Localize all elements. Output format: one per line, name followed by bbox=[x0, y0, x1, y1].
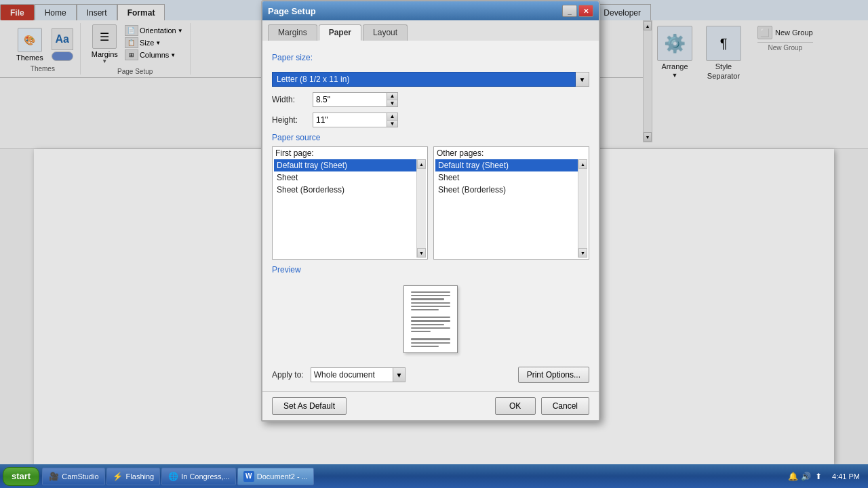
first-page-item-1[interactable]: Sheet bbox=[274, 171, 426, 184]
dialog-tabs: Margins Paper Layout bbox=[262, 20, 599, 41]
word-label: Document2 - ... bbox=[257, 472, 308, 481]
footer-left: Set As Default bbox=[272, 397, 347, 415]
height-spin-up[interactable]: ▲ bbox=[387, 113, 397, 121]
first-page-item-2[interactable]: Sheet (Borderless) bbox=[274, 184, 426, 196]
page-setup-dialog: Page Setup _ ✕ Margins Paper Layout Pape… bbox=[261, 0, 600, 422]
apply-to-row: Apply to: Whole document ▼ Print Options… bbox=[272, 367, 589, 383]
height-row: Height: 11" ▲ ▼ bbox=[272, 113, 589, 127]
fp-scroll-up[interactable]: ▲ bbox=[417, 159, 426, 169]
preview-line-11 bbox=[411, 331, 431, 332]
apply-to-select-wrapper: Whole document ▼ bbox=[311, 367, 406, 382]
other-pages-item-1[interactable]: Sheet bbox=[435, 171, 587, 184]
other-pages-header: Other pages: bbox=[435, 148, 587, 159]
fp-scroll-track bbox=[417, 169, 426, 248]
apply-to-arrow[interactable]: ▼ bbox=[393, 367, 405, 382]
other-pages-list[interactable]: Default tray (Sheet) Sheet Sheet (Border… bbox=[435, 159, 587, 258]
browser-icon: 🌐 bbox=[167, 471, 178, 482]
paper-size-select-row: Letter (8 1/2 x 11 in) ▼ bbox=[272, 72, 589, 87]
width-input[interactable]: 8.5" bbox=[313, 92, 387, 107]
paper-size-select[interactable]: Letter (8 1/2 x 11 in) bbox=[272, 72, 576, 87]
paper-size-row: Paper size: bbox=[272, 49, 589, 66]
width-input-wrapper: 8.5" ▲ ▼ bbox=[313, 92, 398, 107]
apply-to-value: Whole document bbox=[314, 370, 375, 380]
cancel-button[interactable]: Cancel bbox=[541, 397, 589, 415]
preview-label: Preview bbox=[272, 265, 589, 274]
flashing-icon: ⚡ bbox=[113, 471, 123, 482]
other-pages-item-0[interactable]: Default tray (Sheet) bbox=[435, 159, 587, 171]
paper-source-area: First page: Default tray (Sheet) Sheet S… bbox=[272, 146, 589, 260]
preview-line-12 bbox=[411, 338, 450, 340]
preview-page bbox=[403, 285, 458, 353]
browser-label: In Congress,... bbox=[181, 472, 230, 481]
op-scroll-up[interactable]: ▲ bbox=[578, 159, 587, 169]
preview-line-8 bbox=[411, 320, 450, 321]
preview-line-13 bbox=[411, 342, 450, 344]
preview-line-6 bbox=[411, 309, 439, 310]
dialog-tab-layout[interactable]: Layout bbox=[363, 24, 408, 41]
width-label: Width: bbox=[272, 95, 313, 104]
camstudio-label: CamStudio bbox=[62, 472, 98, 481]
height-spinners: ▲ ▼ bbox=[387, 113, 398, 127]
paper-size-select-wrapper: Letter (8 1/2 x 11 in) ▼ bbox=[272, 72, 589, 87]
preview-section: Preview bbox=[272, 265, 589, 360]
width-spin-up[interactable]: ▲ bbox=[387, 93, 397, 100]
preview-line-7 bbox=[411, 317, 450, 318]
dialog-title-buttons: _ ✕ bbox=[562, 5, 593, 17]
dialog-close-button[interactable]: ✕ bbox=[578, 5, 593, 17]
first-page-item-0[interactable]: Default tray (Sheet) bbox=[274, 159, 426, 171]
preview-line-10 bbox=[411, 327, 450, 329]
flashing-label: Flashing bbox=[126, 472, 155, 481]
other-pages-scrollbar: ▲ ▼ bbox=[578, 159, 587, 258]
dialog-minimize-button[interactable]: _ bbox=[562, 5, 577, 17]
clock-time: 4:41 PM bbox=[832, 472, 860, 481]
op-scroll-down[interactable]: ▼ bbox=[578, 248, 587, 258]
width-spinners: ▲ ▼ bbox=[387, 92, 398, 107]
tray-icon-3: ⬆ bbox=[813, 471, 824, 482]
taskbar-item-flashing[interactable]: ⚡ Flashing bbox=[106, 468, 161, 485]
taskbar-tray: 🔔 🔊 ⬆ bbox=[785, 471, 827, 482]
paper-size-section-label: Paper size: bbox=[272, 53, 313, 62]
dialog-tab-margins[interactable]: Margins bbox=[268, 24, 317, 41]
ok-button[interactable]: OK bbox=[495, 397, 536, 415]
dialog-body: Paper size: Letter (8 1/2 x 11 in) ▼ Wid… bbox=[262, 41, 599, 391]
other-pages-item-2[interactable]: Sheet (Borderless) bbox=[435, 184, 587, 196]
width-spin-down[interactable]: ▼ bbox=[387, 100, 397, 107]
taskbar-item-word[interactable]: W Document2 - ... bbox=[237, 468, 314, 485]
taskbar-item-browser[interactable]: 🌐 In Congress,... bbox=[161, 468, 236, 485]
start-button[interactable]: start bbox=[3, 467, 39, 486]
apply-to-select[interactable]: Whole document bbox=[311, 367, 394, 382]
taskbar-item-camstudio[interactable]: 🎥 CamStudio bbox=[42, 468, 104, 485]
taskbar: start 🎥 CamStudio ⚡ Flashing 🌐 In Congre… bbox=[0, 464, 868, 488]
preview-area bbox=[272, 279, 589, 360]
first-page-scrollbar: ▲ ▼ bbox=[416, 159, 426, 258]
footer-right: OK Cancel bbox=[495, 397, 589, 415]
preview-line-4 bbox=[411, 302, 450, 304]
preview-spacer2 bbox=[411, 334, 450, 336]
set-default-button[interactable]: Set As Default bbox=[272, 397, 347, 415]
print-options-button[interactable]: Print Options... bbox=[518, 367, 589, 383]
height-spin-down[interactable]: ▼ bbox=[387, 121, 397, 127]
preview-line-5 bbox=[411, 306, 450, 307]
word-icon: W bbox=[243, 471, 254, 482]
first-page-box: First page: Default tray (Sheet) Sheet S… bbox=[272, 146, 428, 260]
taskbar-items: 🎥 CamStudio ⚡ Flashing 🌐 In Congress,...… bbox=[39, 468, 785, 485]
preview-spacer bbox=[411, 312, 450, 314]
tray-icon-1: 🔔 bbox=[787, 471, 798, 482]
height-label: Height: bbox=[272, 115, 313, 125]
tray-icon-2: 🔊 bbox=[800, 471, 811, 482]
fp-scroll-down[interactable]: ▼ bbox=[417, 248, 426, 258]
width-row: Width: 8.5" ▲ ▼ bbox=[272, 92, 589, 107]
dialog-titlebar: Page Setup _ ✕ bbox=[262, 1, 599, 20]
start-label: start bbox=[12, 471, 31, 481]
dialog-footer: Set As Default OK Cancel bbox=[262, 391, 599, 420]
preview-line-1 bbox=[411, 291, 450, 293]
height-input[interactable]: 11" bbox=[313, 113, 387, 127]
dialog-tab-paper[interactable]: Paper bbox=[319, 24, 361, 41]
height-input-wrapper: 11" ▲ ▼ bbox=[313, 113, 398, 127]
paper-size-arrow[interactable]: ▼ bbox=[576, 72, 589, 87]
first-page-header: First page: bbox=[274, 148, 426, 159]
preview-line-3 bbox=[411, 298, 444, 300]
first-page-list[interactable]: Default tray (Sheet) Sheet Sheet (Border… bbox=[274, 159, 426, 258]
preview-line-14 bbox=[411, 346, 439, 347]
dialog-title: Page Setup bbox=[268, 6, 316, 16]
